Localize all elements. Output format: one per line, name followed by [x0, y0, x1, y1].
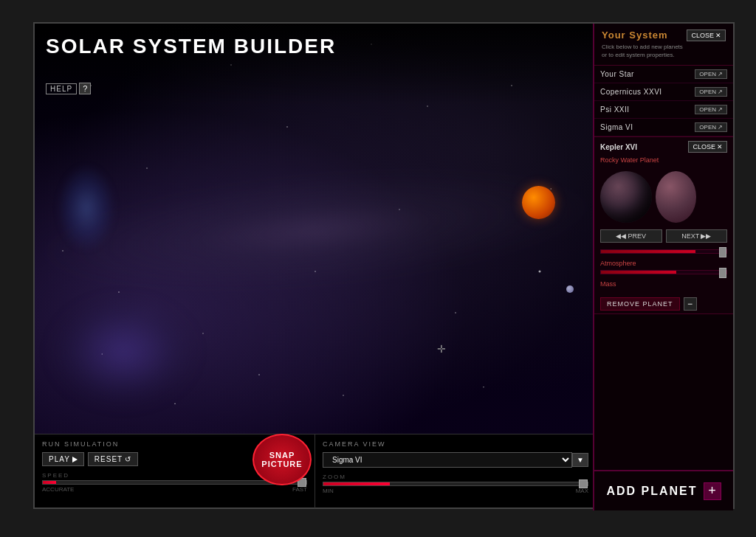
system-list: Your Star OPEN ↗ Copernicus XXVI OPEN ↗ … — [594, 66, 733, 137]
zoom-min-label: MIN — [323, 488, 334, 494]
your-system-close-label: CLOSE — [691, 32, 714, 39]
arrow-icon-star: ↗ — [718, 71, 723, 77]
your-system-header: Your System Click below to add new plane… — [594, 24, 733, 66]
planet-thumb-alt — [656, 171, 696, 223]
add-planet-button[interactable]: ADD PLANET + — [606, 482, 721, 500]
nebula — [49, 297, 197, 407]
zoom-max-label: MAX — [576, 488, 588, 494]
remove-planet-label: REMOVE PLANET — [607, 300, 673, 308]
open-btn-copernicus[interactable]: OPEN ↗ — [695, 87, 727, 97]
your-system-close-button[interactable]: CLOSE ✕ — [687, 30, 726, 41]
prev-next: ◀◀ PREV NEXT ▶▶ — [594, 226, 733, 246]
next-button[interactable]: NEXT ▶▶ — [666, 229, 728, 243]
add-planet-label: ADD PLANET — [606, 485, 697, 498]
snap-label-2: PICTURE — [261, 460, 302, 468]
system-item-name-star: Your Star — [600, 70, 634, 78]
arrow-icon-sigma: ↗ — [718, 124, 723, 131]
open-btn-sigma[interactable]: OPEN ↗ — [695, 122, 727, 132]
remove-planet-button[interactable]: REMOVE PLANET — [600, 297, 680, 311]
play-button[interactable]: PLAY — [42, 452, 84, 466]
camera-panel: CAMERA VIEW Sigma VI Kepler XVI Psi XXII… — [315, 434, 596, 508]
planet-sliders: Atmosphere Mass — [594, 246, 733, 294]
reset-label: RESET — [94, 455, 123, 463]
arrow-icon-copernicus: ↗ — [718, 89, 723, 95]
kepler-header: Kepler XVI CLOSE ✕ — [594, 137, 733, 156]
next-chevron-icon: ▶▶ — [701, 232, 711, 240]
zoom-slider-thumb[interactable] — [579, 479, 588, 488]
open-btn-psi[interactable]: OPEN ↗ — [695, 105, 727, 114]
minus-button[interactable]: − — [684, 297, 697, 311]
kepler-close-label: CLOSE — [693, 143, 715, 150]
header-bar: SOLAR SYSTEM BUILDER HELP ? — [35, 24, 596, 105]
system-item-psi[interactable]: Psi XXII OPEN ↗ — [594, 101, 733, 119]
atmosphere-slider[interactable] — [600, 249, 727, 254]
kepler-section: Kepler XVI CLOSE ✕ Rocky Water Planet ◀◀… — [594, 137, 733, 314]
help-button[interactable]: HELP ? — [46, 83, 91, 94]
speed-fast-label: FAST — [292, 486, 307, 493]
system-item-copernicus[interactable]: Copernicus XXVI OPEN ↗ — [594, 83, 733, 101]
add-planet-row: ADD PLANET + — [594, 470, 733, 510]
zoom-label: ZOOM — [323, 474, 588, 480]
close-icon: ✕ — [715, 32, 721, 39]
prev-button[interactable]: ◀◀ PREV — [600, 229, 662, 243]
speed-accurate-label: ACCURATE — [42, 486, 74, 493]
next-label: NEXT — [681, 232, 699, 240]
star-cluster — [57, 164, 116, 252]
your-system-description: Click below to add new planets or to edi… — [602, 43, 687, 59]
help-q-icon: ? — [79, 83, 91, 94]
play-icon — [72, 457, 78, 462]
atmosphere-label: Atmosphere — [600, 260, 727, 267]
prev-label: PREV — [628, 232, 646, 240]
remove-planet-row: REMOVE PLANET − — [594, 294, 733, 313]
system-item-name-sigma: Sigma VI — [600, 123, 633, 131]
reset-button[interactable]: RESET ↺ — [88, 452, 138, 466]
snap-picture-button[interactable]: SNAP PICTURE — [252, 434, 312, 485]
crosshair-icon: ✛ — [436, 343, 447, 355]
atmosphere-fill — [601, 250, 695, 253]
kepler-title: Kepler XVI — [600, 143, 637, 151]
prev-chevron-icon: ◀◀ — [616, 232, 626, 240]
atmosphere-slider-handle[interactable] — [719, 247, 726, 257]
kepler-close-icon: ✕ — [717, 143, 723, 150]
mass-slider-handle[interactable] — [719, 268, 726, 278]
help-label: HELP — [46, 83, 77, 94]
mass-fill — [601, 271, 676, 274]
system-item-your-star[interactable]: Your Star OPEN ↗ — [594, 66, 733, 83]
reset-icon: ↺ — [125, 455, 131, 463]
mass-label: Mass — [600, 280, 727, 288]
system-item-name-copernicus: Copernicus XXVI — [600, 88, 662, 96]
mass-slider[interactable] — [600, 270, 727, 274]
system-item-sigma[interactable]: Sigma VI OPEN ↗ — [594, 119, 733, 136]
system-item-name-psi: Psi XXII — [600, 105, 630, 114]
planet-preview — [594, 167, 733, 226]
bottom-controls: RUN SIMULATION PLAY RESET ↺ SPEED ACCURA… — [35, 434, 596, 507]
planet-orange[interactable] — [522, 186, 555, 219]
kepler-subtitle: Rocky Water Planet — [594, 156, 733, 167]
milky-way — [35, 150, 596, 310]
kepler-close-button[interactable]: CLOSE ✕ — [688, 141, 727, 153]
open-btn-star[interactable]: OPEN ↗ — [695, 69, 727, 79]
app-frame: ✛ SOLAR SYSTEM BUILDER HELP ? RUN SIMULA… — [33, 22, 735, 509]
zoom-slider[interactable] — [323, 482, 588, 486]
camera-select[interactable]: Sigma VI Kepler XVI Psi XXII Copernicus … — [323, 452, 572, 468]
plus-icon: + — [704, 482, 721, 500]
camera-label: CAMERA VIEW — [323, 440, 588, 448]
right-panel: Your System Click below to add new plane… — [593, 24, 733, 510]
app-title: SOLAR SYSTEM BUILDER — [46, 35, 336, 58]
camera-dropdown-arrow[interactable]: ▼ — [572, 453, 588, 467]
arrow-icon-psi: ↗ — [718, 106, 723, 113]
your-system-title: Your System — [602, 30, 687, 41]
planet-thumb-main[interactable] — [600, 171, 652, 223]
atmosphere-section — [600, 249, 727, 254]
play-label: PLAY — [49, 455, 70, 463]
snap-label-1: SNAP — [269, 451, 295, 460]
mass-section — [600, 270, 727, 274]
planet-small[interactable] — [566, 285, 574, 293]
